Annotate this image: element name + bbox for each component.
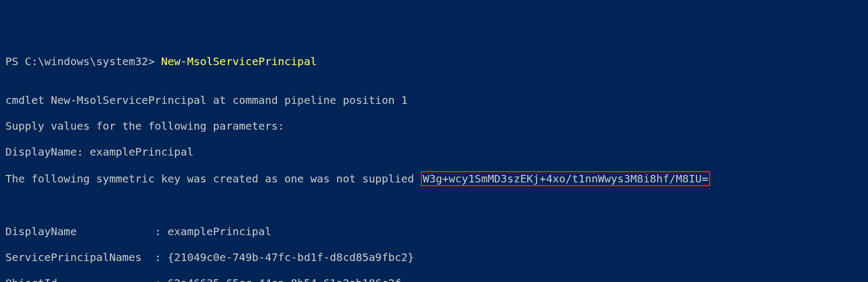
command-text: New-MsolServicePrincipal: [161, 55, 317, 68]
value: examplePrincipal: [168, 225, 272, 238]
label: ObjectId: [5, 277, 148, 282]
row-objectid: ObjectId : 62a46635-65ec-44ea-8b54-61a2a…: [5, 277, 863, 282]
sep: :: [148, 277, 168, 282]
prompt-line: PS C:\windows\system32> New-MsolServiceP…: [5, 55, 863, 68]
output-line-3: DisplayName: examplePrincipal: [5, 145, 863, 158]
row-displayname: DisplayName : examplePrincipal: [5, 225, 863, 238]
blank-line: [5, 81, 12, 94]
blank-line: [5, 199, 12, 212]
output-line-4: The following symmetric key was created …: [5, 171, 863, 186]
value: 62a46635-65ec-44ea-8b54-61a2ab186c2f: [168, 277, 401, 282]
label: ServicePrincipalNames: [5, 251, 148, 264]
row-serviceprincipalnames: ServicePrincipalNames : {21049c0e-749b-4…: [5, 251, 863, 264]
label: DisplayName: [5, 225, 148, 238]
ps-prompt: PS C:\windows\system32>: [5, 55, 161, 68]
output-line-1: cmdlet New-MsolServicePrincipal at comma…: [5, 94, 863, 107]
symmetric-key-prefix: The following symmetric key was created …: [5, 172, 421, 185]
symmetric-key-highlight: W3g+wcy1SmMD3szEKj+4xo/t1nnWwys3M8i8hf/M…: [421, 171, 711, 186]
sep: :: [148, 251, 168, 264]
displayname-prompt-label: DisplayName:: [5, 145, 90, 158]
value: {21049c0e-749b-47fc-bd1f-d8cd85a9fbc2}: [168, 251, 414, 264]
displayname-prompt-value: examplePrincipal: [90, 145, 194, 158]
output-line-2: Supply values for the following paramete…: [5, 119, 863, 132]
sep: :: [148, 225, 168, 238]
blank-line: [5, 212, 12, 225]
